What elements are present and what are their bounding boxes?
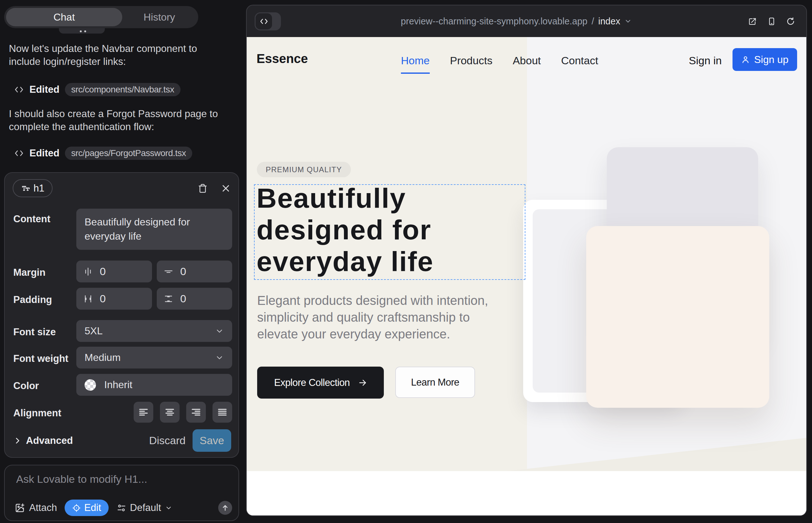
save-button[interactable]: Save (193, 429, 231, 452)
composer-toolbar: Attach Edit Default (15, 500, 232, 516)
nav-products[interactable]: Products (450, 54, 492, 67)
url-bar[interactable]: preview--charming-site-symphony.lovable.… (247, 5, 786, 37)
site-logo[interactable]: Essence (257, 52, 308, 66)
attach-label: Attach (29, 502, 57, 513)
hero-headline[interactable]: Beautifully designed for everyday life (257, 182, 434, 277)
url-host: preview--charming-site-symphony.lovable.… (401, 16, 587, 26)
message-line: I should also create a Forgot Password p… (9, 107, 237, 120)
font-weight-select[interactable]: Medium (76, 347, 232, 368)
chat-history-tabs: Chat History (4, 6, 198, 28)
message-line: Now let's update the Navbar component to (9, 42, 237, 55)
section-below-hero (247, 471, 806, 516)
align-right-icon (190, 407, 202, 418)
color-select[interactable]: Inherit (76, 374, 232, 396)
code-icon (14, 85, 24, 94)
premium-quality-badge: PREMIUM QUALITY (257, 162, 351, 177)
padding-x-value: 0 (100, 292, 106, 305)
hero-cta-row: Explore Collection Learn More (257, 366, 475, 399)
align-center-icon (164, 407, 175, 418)
close-icon (221, 184, 231, 193)
edited-label: Edited (30, 84, 59, 95)
tab-chat[interactable]: Chat (6, 8, 122, 26)
trash-icon (198, 184, 208, 193)
type-icon (21, 184, 30, 193)
preview-topbar: preview--charming-site-symphony.lovable.… (247, 5, 806, 37)
message-line: include login/register links: (9, 55, 237, 68)
nav-about[interactable]: About (513, 54, 541, 67)
element-tag-pill[interactable]: h1 (13, 179, 53, 197)
advanced-toggle[interactable]: Advanced (13, 435, 73, 446)
inspector-header: h1 (13, 179, 231, 197)
tab-chat-label: Chat (54, 12, 75, 23)
external-link-icon (748, 17, 757, 26)
signin-link[interactable]: Sign in (689, 54, 722, 67)
arrow-right-icon (358, 378, 367, 387)
refresh-button[interactable] (786, 17, 795, 26)
refresh-icon (786, 17, 795, 26)
padding-y-input[interactable]: 0 (157, 288, 232, 310)
font-weight-value: Medium (85, 352, 121, 363)
tab-history-label: History (143, 12, 175, 23)
file-chip[interactable]: src/components/Navbar.tsx (65, 83, 180, 96)
signup-button[interactable]: Sign up (732, 48, 797, 71)
arrow-up-icon (222, 504, 229, 511)
edit-mode-button[interactable]: Edit (65, 500, 109, 516)
send-button[interactable] (218, 501, 232, 515)
font-size-select[interactable]: 5XL (76, 320, 232, 342)
nav-home[interactable]: Home (401, 54, 430, 67)
nav-contact[interactable]: Contact (561, 54, 598, 67)
font-size-value: 5XL (85, 325, 103, 337)
composer-input[interactable] (16, 473, 228, 492)
margin-x-input[interactable]: 0 (76, 260, 152, 283)
preview-window: preview--charming-site-symphony.lovable.… (246, 5, 807, 516)
mode-select[interactable]: Default (117, 502, 172, 513)
content-input[interactable]: Beautifully designed for everyday life (76, 209, 232, 250)
url-separator: / (592, 16, 594, 26)
learn-more-button[interactable]: Learn More (395, 366, 475, 398)
smartphone-icon (767, 17, 776, 26)
headline-line: everyday life (257, 246, 434, 277)
align-justify-button[interactable] (212, 402, 232, 422)
padding-x-input[interactable]: 0 (76, 288, 152, 310)
clipped-chip-dot (84, 30, 86, 32)
file-chip[interactable]: src/pages/ForgotPassword.tsx (65, 147, 193, 160)
signup-label: Sign up (754, 54, 789, 66)
hero-paragraph: Elegant products designed with intention… (257, 292, 488, 343)
composer: Attach Edit Default (4, 465, 239, 521)
align-justify-icon (217, 407, 228, 418)
align-center-button[interactable] (160, 402, 180, 422)
tab-history[interactable]: History (122, 8, 196, 26)
crosshair-icon (72, 504, 81, 512)
open-external-button[interactable] (748, 17, 757, 26)
decor-card-cream (586, 226, 769, 408)
color-value: Inherit (104, 379, 133, 391)
font-size-label: Font size (13, 326, 56, 338)
image-plus-icon (15, 503, 25, 513)
clipped-chip-dot (80, 30, 82, 32)
padding-vertical-icon (164, 294, 173, 304)
user-icon (741, 55, 750, 64)
inspector-footer: Advanced Discard Save (13, 429, 231, 452)
margin-y-input[interactable]: 0 (157, 260, 232, 283)
mobile-preview-button[interactable] (767, 17, 776, 26)
delete-element-button[interactable] (198, 184, 208, 193)
font-weight-label: Font weight (13, 353, 68, 364)
content-label: Content (13, 213, 50, 225)
align-right-button[interactable] (186, 402, 206, 422)
site-preview: Essence Home Products About Contact Sign… (247, 37, 806, 516)
explore-collection-button[interactable]: Explore Collection (257, 366, 384, 399)
site-nav: Home Products About Contact (401, 54, 598, 67)
margin-vertical-icon (164, 267, 173, 276)
align-left-button[interactable] (134, 402, 153, 422)
element-tag-label: h1 (34, 183, 44, 194)
align-left-icon (138, 407, 149, 418)
code-icon (14, 148, 24, 158)
chevron-down-icon (165, 504, 172, 511)
close-inspector-button[interactable] (221, 184, 231, 193)
advanced-label: Advanced (26, 435, 73, 446)
explore-collection-label: Explore Collection (274, 377, 350, 389)
margin-x-value: 0 (100, 265, 106, 278)
topbar-actions (748, 5, 795, 37)
attach-button[interactable]: Attach (15, 502, 57, 513)
discard-button[interactable]: Discard (149, 434, 186, 447)
